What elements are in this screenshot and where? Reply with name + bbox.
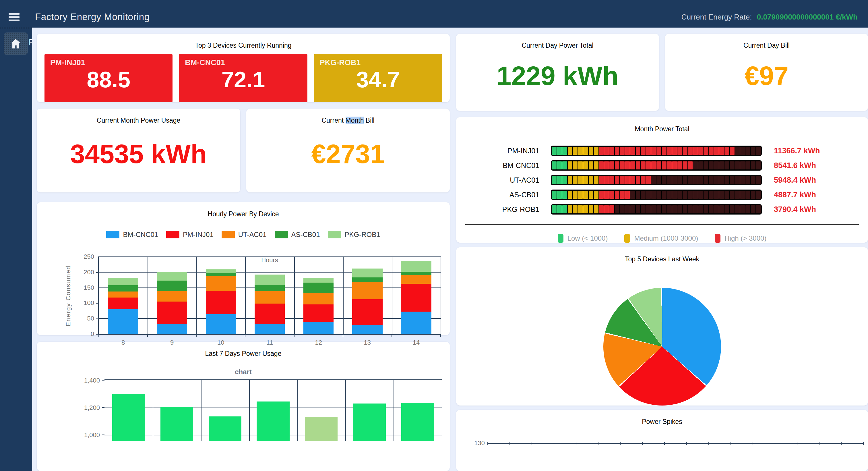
gauge-value: 11366.7 kWh (774, 146, 820, 155)
legend-swatch (106, 231, 119, 238)
y-tick-label: 1,200 (80, 404, 100, 412)
y-tick-label: 150 (74, 284, 94, 292)
gauge-segment (672, 205, 677, 213)
gauge-segment (704, 191, 708, 199)
x-tick-labels: 891011121314 (99, 339, 441, 346)
gauge-segment (620, 176, 625, 184)
energy-rate-label: Current Energy Rate: (681, 12, 752, 21)
gauge-segment (672, 147, 677, 155)
gauge-segment (683, 147, 687, 155)
gauge-segment (756, 205, 761, 213)
gauge-segment (594, 161, 598, 170)
stacked-bar-segment (255, 274, 285, 285)
gauge-segment (751, 147, 755, 155)
gauge-segment (636, 147, 640, 155)
x-tick (598, 442, 598, 445)
gauge-segment (568, 191, 572, 199)
gauge-segment (562, 205, 567, 213)
gauge-segment (609, 147, 614, 155)
gauge-segment (751, 205, 755, 213)
sidebar-item-home[interactable] (4, 32, 28, 55)
gauge-segment (745, 147, 750, 155)
legend-item: BM-CNC01 (106, 231, 158, 239)
x-tick (797, 442, 797, 445)
gauge-segment (730, 176, 734, 184)
gauge-segment (745, 191, 750, 199)
card-power-spikes: Power Spikes 130 (456, 410, 868, 471)
gauge-segment (604, 191, 609, 199)
gridline (99, 272, 441, 272)
card-top3-devices: Top 3 Devices Currently Running PM-INJ01… (37, 34, 450, 102)
card-top5-pie: Top 5 Devices Last Week (456, 247, 868, 406)
x-tick (554, 442, 554, 445)
gauge-segment (552, 147, 557, 155)
gauge-segment (740, 191, 745, 199)
gauge-segment (573, 176, 578, 184)
day-stats-row: Current Day Power Total 1229 kWh Current… (456, 34, 868, 111)
gridline (245, 257, 246, 334)
gauge-segment (620, 205, 625, 213)
x-tick-label: 10 (196, 339, 245, 346)
gauge-segment (625, 161, 630, 170)
gauge-segment (609, 176, 614, 184)
gauge-segment (609, 191, 614, 199)
gridline (297, 380, 298, 441)
gauge-segment (740, 161, 745, 170)
gauge-segment (562, 147, 567, 155)
legend-item: UT-AC01 (222, 231, 267, 239)
gauge-segment (594, 176, 598, 184)
gauge-segment (578, 147, 583, 155)
bar (401, 403, 434, 441)
gauge-segment (589, 191, 593, 199)
gauge-segment (730, 161, 734, 170)
spikes-chart: 130 (488, 439, 863, 447)
gauge-segment (724, 176, 729, 184)
legend-item: PKG-ROB1 (328, 231, 380, 239)
stacked-bar-segment (157, 272, 187, 281)
stacked-bar-segment (303, 283, 334, 293)
day-bill-value: €97 (665, 61, 868, 91)
gauge-segment (714, 205, 719, 213)
gauge-segment (683, 205, 687, 213)
gauge-bar (551, 175, 762, 185)
gauge-segment (719, 191, 724, 199)
gridline (343, 257, 344, 334)
gauge-segment (699, 205, 703, 213)
card-title: Month Power Total (456, 117, 868, 133)
last7-chart: 1,4001,2001,000 (104, 379, 442, 441)
gridline (294, 257, 295, 334)
gauge-segment (609, 161, 614, 170)
bar (305, 417, 338, 441)
stacked-bar-segment (401, 284, 431, 312)
device-tile: PKG-ROB134.7 (314, 54, 442, 102)
gauge-segment (578, 176, 583, 184)
legend-label: Low (< 1000) (567, 234, 608, 242)
gauge-row: AS-CB014887.7 kWh (456, 189, 868, 200)
stacked-bar-segment (352, 325, 382, 334)
gauge-segment (625, 176, 630, 184)
gauge-segment (578, 161, 583, 170)
stacked-bar-segment (108, 278, 138, 285)
gauge-value: 4887.7 kWh (774, 190, 816, 199)
x-tick (245, 334, 245, 337)
x-tick (294, 334, 294, 337)
stacked-bar (255, 274, 285, 334)
legend-swatch (222, 231, 235, 238)
gridline (153, 380, 153, 441)
legend-item: AS-CB01 (275, 231, 320, 239)
gauge-segment (594, 147, 598, 155)
gauge-segment (573, 147, 578, 155)
gauge-segment (630, 161, 635, 170)
gauge-segment (604, 147, 609, 155)
legend-label: UT-AC01 (238, 231, 267, 239)
device-tile-value: 72.1 (222, 67, 265, 93)
title-text: Bill (364, 117, 374, 124)
gauge-segment (693, 176, 698, 184)
menu-icon[interactable] (9, 11, 20, 23)
card-day-bill: Current Day Bill €97 (665, 34, 868, 111)
gauge-segment (604, 161, 609, 170)
gauge-segment (599, 161, 603, 170)
gauge-segment (636, 161, 640, 170)
gauge-segment (735, 147, 740, 155)
gauge-segment (693, 147, 698, 155)
